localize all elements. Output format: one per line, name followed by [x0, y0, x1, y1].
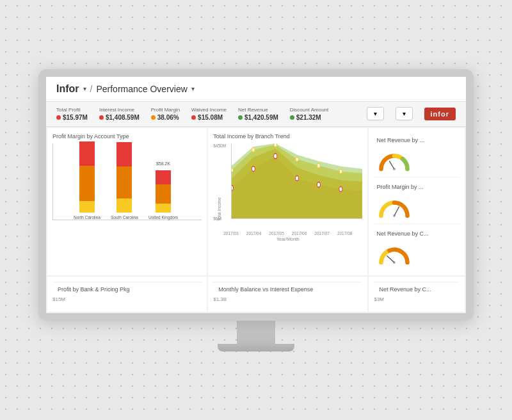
bottom-label-3: Net Revenue by C... — [374, 282, 460, 296]
bar-chart: $100K $0 North Carolina — [52, 143, 202, 243]
dot-icon — [191, 115, 196, 120]
metric-total-profit: Total Profit $15.97M — [56, 107, 88, 121]
svg-point-13 — [296, 157, 298, 161]
area-chart: $450M $0M Total Income — [213, 143, 362, 243]
metrics-bar: Total Profit $15.97M Interest Income $1,… — [46, 102, 466, 127]
metric-label: Net Revenue — [238, 107, 278, 113]
header-bar: Infor ▾ / Performance Overview ▾ — [46, 77, 466, 102]
metric-value: $1,420.59M — [238, 114, 278, 121]
bottom-label-1: Profit by Bank & Pricing Pkg — [52, 282, 202, 296]
svg-point-12 — [274, 143, 276, 147]
monitor-stand-base — [218, 344, 294, 351]
bar-chart-inner: $100K $0 North Carolina — [52, 143, 202, 220]
x-label-1: 2017/03 — [223, 231, 239, 236]
dot-icon — [238, 115, 243, 120]
gauge-panel: Net Revenue by ... Profit Margin by ... — [369, 128, 465, 275]
bar-segment-gold — [156, 204, 171, 213]
metric-interest-income: Interest Income $1,408.59M — [99, 107, 140, 121]
profit-margin-panel: Profit Margin by Account Type $100K $0 — [47, 128, 207, 275]
bar-segment-gold — [79, 201, 95, 213]
metric-net-revenue: Net Revenue $1,420.59M — [238, 107, 278, 121]
brand-arrow[interactable]: ▾ — [83, 85, 86, 92]
svg-line-19 — [394, 207, 399, 216]
bottom-value-1: $15M — [52, 296, 202, 302]
bottom-value-3: $3M — [374, 296, 460, 302]
metric-profit-margin: Profit Margin 38.06% — [151, 107, 180, 121]
bar-value-label-uk: $58.2K — [156, 161, 170, 166]
gauge-item-profit-margin: Profit Margin by ... — [374, 180, 460, 224]
bottom-panel-1: Profit by Bank & Pricing Pkg $15M — [47, 277, 207, 312]
x-axis-labels: 2017/03 2017/04 2017/05 2017/06 2017/07 … — [213, 231, 362, 236]
gauge-svg-2 — [376, 194, 412, 220]
total-income-title: Total Income by Branch Trend — [213, 133, 362, 140]
filter-dropdown-1[interactable]: ▾ — [367, 107, 384, 120]
metric-value: $21.32M — [290, 114, 328, 121]
metric-waived-income: Waived Income $15.08M — [191, 107, 227, 121]
metric-label: Profit Margin — [151, 107, 180, 113]
bar-segment-red — [79, 141, 95, 166]
filter-dropdown-2[interactable]: ▾ — [396, 107, 413, 120]
monitor-wrapper: Infor ▾ / Performance Overview ▾ Total P… — [38, 69, 474, 351]
bar-label-nc: North Carolina — [74, 215, 100, 220]
gauge-item-net-revenue-c: Net Revenue by C... — [374, 227, 460, 270]
total-income-panel: Total Income by Branch Trend $450M $0M T… — [208, 128, 367, 275]
monitor-screen: Infor ▾ / Performance Overview ▾ Total P… — [38, 69, 474, 321]
profit-margin-title: Profit Margin by Account Type — [52, 133, 202, 140]
title-arrow[interactable]: ▾ — [191, 85, 195, 92]
monitor-stand-neck — [237, 321, 275, 344]
metric-value: $15.97M — [56, 114, 88, 121]
svg-point-10 — [231, 168, 233, 172]
dot-icon — [151, 115, 156, 120]
bar-segment-orange — [156, 184, 171, 204]
dashboard-grid: Profit Margin by Account Type $100K $0 — [46, 127, 466, 313]
brand-label: Infor — [56, 83, 79, 95]
bottom-panel-3: Net Revenue by C... $3M — [369, 277, 465, 312]
bar-label-sc: South Carolina — [111, 215, 138, 220]
metric-label: Waived Income — [191, 107, 227, 113]
bar-group-uk: $58.2K United Kingdom — [148, 170, 178, 220]
gauge-title-1: Net Revenue by ... — [376, 137, 424, 143]
dot-icon — [290, 115, 294, 120]
area-chart-svg — [231, 143, 362, 219]
gauge-item-net-revenue: Net Revenue by ... — [374, 133, 460, 177]
y-axis-title-income: Total Income — [217, 143, 221, 221]
gauge-title-2: Profit Margin by ... — [376, 184, 423, 190]
svg-point-6 — [274, 153, 277, 158]
bar-group-sc: South Carolina — [111, 142, 138, 220]
svg-line-17 — [390, 161, 394, 168]
header-separator: / — [90, 84, 93, 94]
bar-label-uk: United Kingdom — [148, 215, 178, 220]
bar-segment-orange — [116, 166, 132, 198]
metric-discount-amount: Discount Amount $21.32M — [290, 107, 328, 121]
x-label-2: 2017/04 — [246, 231, 262, 236]
bottom-label-2: Monthly Balance vs Interest Expense — [213, 282, 362, 296]
x-axis-title: Year/Month — [213, 237, 362, 241]
svg-point-15 — [339, 169, 342, 174]
x-label-4: 2017/06 — [292, 231, 307, 236]
bar-stack: $58.2K — [156, 170, 171, 213]
metric-label: Interest Income — [99, 107, 140, 113]
infor-logo-badge: infor — [424, 108, 456, 120]
svg-point-9 — [339, 186, 342, 191]
gauge-svg-3 — [376, 241, 412, 266]
gauge-svg-1 — [376, 147, 412, 173]
svg-line-21 — [387, 255, 394, 262]
bar-stack — [79, 141, 95, 213]
svg-point-8 — [317, 182, 321, 187]
bar-segment-red — [116, 142, 132, 166]
x-label-5: 2017/07 — [314, 231, 330, 236]
metric-value: $1,408.59M — [99, 114, 140, 121]
bar-segment-gold — [116, 198, 132, 213]
bar-segment-red — [156, 170, 171, 184]
metric-value: 38.06% — [151, 114, 180, 121]
gauge-title-3: Net Revenue by C... — [376, 230, 428, 237]
dot-icon — [99, 115, 104, 120]
svg-point-11 — [252, 147, 255, 152]
svg-point-7 — [296, 175, 299, 181]
svg-point-14 — [317, 163, 320, 168]
page-title: Performance Overview — [96, 84, 187, 94]
bar-stack — [116, 142, 132, 213]
bar-group-nc: North Carolina — [74, 141, 100, 220]
bottom-value-2: $1.3B — [213, 296, 362, 302]
x-label-6: 2017/08 — [337, 231, 353, 236]
